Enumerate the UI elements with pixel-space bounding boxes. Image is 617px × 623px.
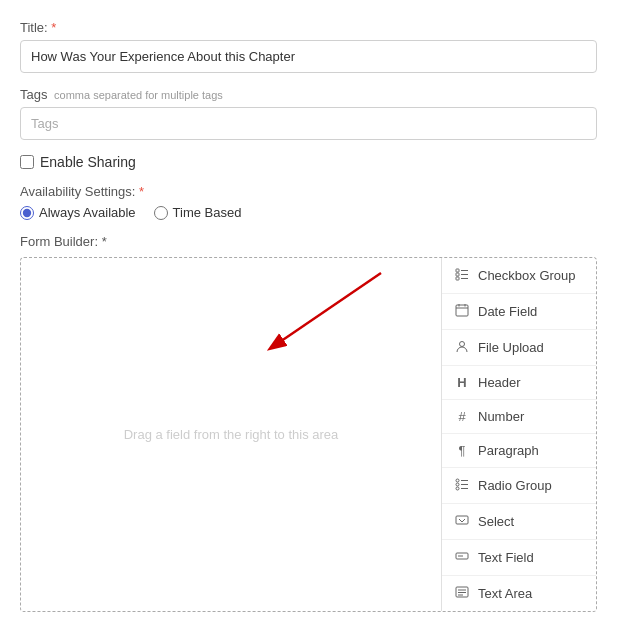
svg-point-15 <box>456 483 459 486</box>
title-input[interactable] <box>20 40 597 73</box>
field-item-header[interactable]: H Header <box>442 366 596 400</box>
availability-label-text: Availability Settings: <box>20 184 135 199</box>
radio-always-label: Always Available <box>39 205 136 220</box>
tags-label: Tags comma separated for multiple tags <box>20 87 597 102</box>
header-icon: H <box>454 375 470 390</box>
file-upload-icon <box>454 339 470 356</box>
form-builder-label: Form Builder: * <box>20 234 597 249</box>
drop-area[interactable]: Drag a field from the right to this area <box>21 258 441 611</box>
enable-sharing-row: Enable Sharing <box>20 154 597 170</box>
field-item-text-area[interactable]: Text Area <box>442 576 596 611</box>
title-required: * <box>51 20 56 35</box>
svg-point-13 <box>456 479 459 482</box>
field-label-radio-group: Radio Group <box>478 478 552 493</box>
svg-line-1 <box>271 273 381 348</box>
text-area-icon <box>454 585 470 602</box>
field-label-text-area: Text Area <box>478 586 532 601</box>
field-item-date-field[interactable]: Date Field <box>442 294 596 330</box>
field-label-date-field: Date Field <box>478 304 537 319</box>
enable-sharing-label: Enable Sharing <box>40 154 136 170</box>
form-builder-section: Form Builder: * Drag a field from the ri… <box>20 234 597 612</box>
number-icon: # <box>454 409 470 424</box>
radio-time-label: Time Based <box>173 205 242 220</box>
radio-always-available: Always Available <box>20 205 136 220</box>
svg-rect-4 <box>456 273 459 276</box>
availability-section: Availability Settings: * Always Availabl… <box>20 184 597 220</box>
field-label-file-upload: File Upload <box>478 340 544 355</box>
field-item-paragraph[interactable]: ¶ Paragraph <box>442 434 596 468</box>
text-field-icon <box>454 549 470 566</box>
title-label-text: Title: <box>20 20 48 35</box>
radio-group-icon <box>454 477 470 494</box>
tags-section: Tags comma separated for multiple tags <box>20 87 597 140</box>
field-label-number: Number <box>478 409 524 424</box>
field-item-checkbox-group[interactable]: Checkbox Group <box>442 258 596 294</box>
field-label-header: Header <box>478 375 521 390</box>
drop-area-text: Drag a field from the right to this area <box>124 427 339 442</box>
field-item-file-upload[interactable]: File Upload <box>442 330 596 366</box>
field-label-checkbox-group: Checkbox Group <box>478 268 576 283</box>
form-builder-required: * <box>102 234 107 249</box>
availability-options: Always Available Time Based <box>20 205 597 220</box>
svg-point-17 <box>456 487 459 490</box>
svg-point-12 <box>460 342 465 347</box>
enable-sharing-checkbox[interactable] <box>20 155 34 169</box>
form-builder-container: Drag a field from the right to this area <box>20 257 597 612</box>
availability-label: Availability Settings: * <box>20 184 597 199</box>
svg-rect-19 <box>456 516 468 524</box>
radio-time-based: Time Based <box>154 205 242 220</box>
tags-input[interactable] <box>20 107 597 140</box>
availability-required: * <box>139 184 144 199</box>
date-field-icon <box>454 303 470 320</box>
select-icon <box>454 513 470 530</box>
form-builder-label-text: Form Builder: <box>20 234 98 249</box>
field-label-paragraph: Paragraph <box>478 443 539 458</box>
radio-always-input[interactable] <box>20 206 34 220</box>
checkbox-group-icon <box>454 267 470 284</box>
paragraph-icon: ¶ <box>454 443 470 458</box>
radio-time-input[interactable] <box>154 206 168 220</box>
tags-hint: comma separated for multiple tags <box>54 89 223 101</box>
svg-rect-6 <box>456 277 459 280</box>
field-item-text-field[interactable]: Text Field <box>442 540 596 576</box>
arrow-indicator <box>251 268 391 361</box>
field-item-radio-group[interactable]: Radio Group <box>442 468 596 504</box>
field-item-select[interactable]: Select <box>442 504 596 540</box>
title-label: Title: * <box>20 20 597 35</box>
tags-label-text: Tags <box>20 87 47 102</box>
fields-panel: Checkbox Group Date Field <box>441 258 596 611</box>
svg-rect-8 <box>456 305 468 316</box>
title-section: Title: * <box>20 20 597 73</box>
field-label-text-field: Text Field <box>478 550 534 565</box>
svg-rect-2 <box>456 269 459 272</box>
field-label-select: Select <box>478 514 514 529</box>
field-item-number[interactable]: # Number <box>442 400 596 434</box>
